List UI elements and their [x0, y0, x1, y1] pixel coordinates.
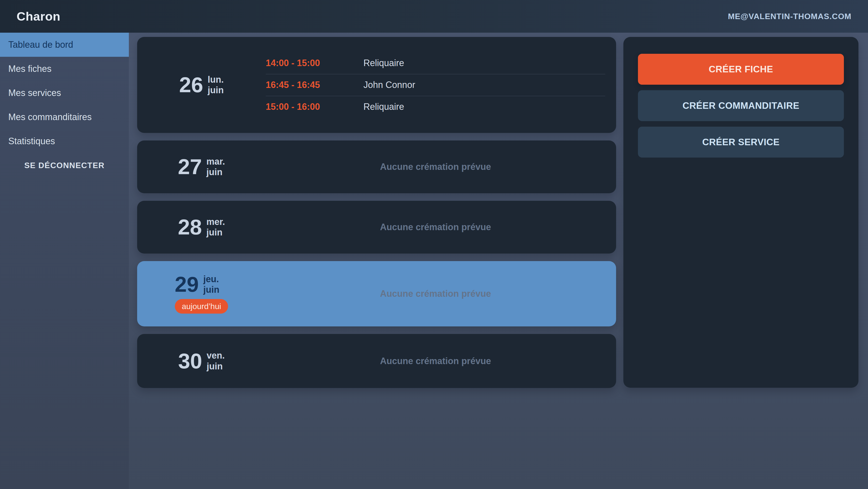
event-name: John Connor — [364, 80, 415, 90]
no-cremation-label: Aucune crémation prévue — [380, 356, 491, 366]
empty-area: Aucune crémation prévue — [266, 261, 605, 326]
day-month: juin — [207, 361, 225, 372]
sidebar-item-statistiques[interactable]: Statistiques — [0, 129, 129, 153]
day-number: 28 — [178, 217, 202, 237]
schedule-list: 26 lun. juin 14:00 - 15:00 Reliquaire — [137, 37, 616, 388]
day-number: 27 — [178, 156, 202, 177]
no-cremation-label: Aucune crémation prévue — [380, 222, 491, 232]
day-meta: 30 ven. juin — [178, 350, 225, 372]
actions-panel: CRÉER FICHE CRÉER COMMANDITAIRE CRÉER SE… — [623, 37, 859, 388]
day-meta: 29 jeu. juin aujourd’hui — [175, 274, 228, 314]
event-time: 15:00 - 16:00 — [266, 102, 364, 112]
day-weekday: mer. — [207, 217, 225, 227]
day-month: juin — [203, 284, 219, 295]
event-row[interactable]: 16:45 - 16:45 John Connor — [266, 74, 605, 96]
day-weekday: lun. — [208, 75, 224, 85]
day-column: 28 mer. juin — [137, 201, 266, 254]
empty-area: Aucune crémation prévue — [266, 334, 605, 388]
day-card-30[interactable]: 30 ven. juin Aucune crémation prévue — [137, 334, 616, 388]
day-month: juin — [207, 227, 225, 238]
sidebar-item-fiches[interactable]: Mes fiches — [0, 57, 129, 81]
create-service-button[interactable]: CRÉER SERVICE — [638, 127, 844, 157]
day-column: 26 lun. juin — [137, 37, 266, 133]
day-card-29-today[interactable]: 29 jeu. juin aujourd’hui Aucune crématio… — [137, 261, 616, 326]
sidebar-item-commanditaires[interactable]: Mes commanditaires — [0, 105, 129, 129]
event-list: 14:00 - 15:00 Reliquaire 16:45 - 16:45 J… — [266, 37, 605, 133]
day-column: 30 ven. juin — [137, 334, 266, 388]
day-card-28[interactable]: 28 mer. juin Aucune crémation prévue — [137, 201, 616, 254]
no-cremation-label: Aucune crémation prévue — [380, 288, 491, 299]
day-meta: 26 lun. juin — [179, 75, 224, 96]
event-time: 16:45 - 16:45 — [266, 80, 364, 90]
day-weekday: ven. — [207, 350, 225, 361]
sidebar-item-dashboard[interactable]: Tableau de bord — [0, 33, 129, 57]
day-weekday: jeu. — [203, 274, 219, 284]
event-time: 14:00 - 15:00 — [266, 58, 364, 68]
event-row[interactable]: 14:00 - 15:00 Reliquaire — [266, 53, 605, 74]
day-number: 29 — [175, 274, 199, 295]
day-month: juin — [207, 167, 225, 177]
event-name: Reliquaire — [364, 102, 404, 112]
day-month: juin — [208, 85, 224, 95]
sidebar-item-services[interactable]: Mes services — [0, 81, 129, 105]
day-column: 27 mar. juin — [137, 141, 266, 193]
event-row[interactable]: 15:00 - 16:00 Reliquaire — [266, 96, 605, 118]
day-card-27[interactable]: 27 mar. juin Aucune crémation prévue — [137, 141, 616, 193]
sidebar: Tableau de bord Mes fiches Mes services … — [0, 33, 129, 489]
logout-button[interactable]: SE DÉCONNECTER — [0, 153, 129, 177]
day-card-26[interactable]: 26 lun. juin 14:00 - 15:00 Reliquaire — [137, 37, 616, 133]
today-badge: aujourd’hui — [175, 299, 228, 314]
day-meta: 27 mar. juin — [178, 156, 225, 178]
day-column: 29 jeu. juin aujourd’hui — [137, 261, 266, 326]
day-meta: 28 mer. juin — [178, 217, 225, 238]
event-name: Reliquaire — [364, 58, 404, 68]
create-commanditaire-button[interactable]: CRÉER COMMANDITAIRE — [638, 90, 844, 121]
app-header: Charon ME@VALENTIN-THOMAS.COM — [0, 0, 868, 33]
day-number: 26 — [179, 75, 203, 95]
empty-area: Aucune crémation prévue — [266, 201, 605, 254]
user-email[interactable]: ME@VALENTIN-THOMAS.COM — [728, 12, 851, 21]
create-fiche-button[interactable]: CRÉER FICHE — [638, 54, 844, 85]
main-content: 26 lun. juin 14:00 - 15:00 Reliquaire — [129, 33, 868, 489]
page-layout: Tableau de bord Mes fiches Mes services … — [0, 33, 868, 489]
empty-area: Aucune crémation prévue — [266, 141, 605, 193]
brand-title: Charon — [17, 9, 61, 23]
day-number: 30 — [178, 351, 202, 371]
day-weekday: mar. — [207, 156, 225, 167]
no-cremation-label: Aucune crémation prévue — [380, 162, 491, 172]
